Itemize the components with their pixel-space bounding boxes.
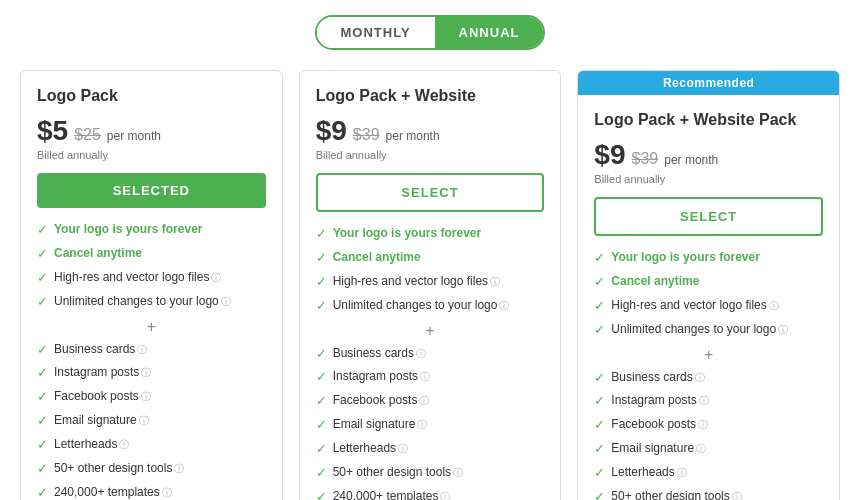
recommended-banner: Recommended [578,71,839,95]
select-button[interactable]: SELECT [316,173,545,212]
info-icon: ⓘ [453,467,463,478]
feature-text: Email signatureⓘ [54,413,149,429]
info-icon: ⓘ [699,395,709,406]
feature-item: ✓ Business cardsⓘ [37,342,266,359]
toggle-monthly[interactable]: MONTHLY [317,17,435,48]
feature-item: ✓ Unlimited changes to your logoⓘ [316,298,545,315]
feature-item: ✓ Email signatureⓘ [594,441,823,458]
info-icon: ⓘ [420,371,430,382]
feature-text: 240,000+ templatesⓘ [333,489,451,500]
check-icon: ✓ [594,274,605,291]
feature-text: Instagram postsⓘ [333,369,430,385]
feature-item: ✓ 50+ other design toolsⓘ [316,465,545,482]
feature-list-1: ✓ Your logo is yours forever ✓ Cancel an… [594,250,823,339]
feature-item: ✓ Your logo is yours forever [37,222,266,239]
info-icon: ⓘ [174,463,184,474]
check-icon: ✓ [594,465,605,482]
price-period: per month [664,153,718,167]
feature-item: ✓ Your logo is yours forever [594,250,823,267]
feature-text: Unlimited changes to your logoⓘ [54,294,231,310]
pricing-card-logo-pack-website-pack: Recommended Logo Pack + Website Pack $9 … [577,70,840,500]
check-icon: ✓ [37,485,48,500]
price-period: per month [386,129,440,143]
feature-text: Unlimited changes to your logoⓘ [611,322,788,338]
feature-item: ✓ Email signatureⓘ [37,413,266,430]
check-icon: ✓ [594,250,605,267]
price-old: $39 [632,150,659,168]
price-current: $9 [316,115,347,147]
feature-text: Instagram postsⓘ [54,365,151,381]
page: MONTHLY ANNUAL Logo Pack $5 $25 per mont… [0,0,860,500]
card-title: Logo Pack + Website Pack [594,111,823,129]
feature-item: ✓ Cancel anytime [316,250,545,267]
feature-text: Your logo is yours forever [54,222,202,238]
feature-list-1: ✓ Your logo is yours forever ✓ Cancel an… [316,226,545,315]
check-icon: ✓ [316,369,327,386]
feature-text: Letterheadsⓘ [611,465,686,481]
feature-item: ✓ Your logo is yours forever [316,226,545,243]
feature-text: Facebook postsⓘ [611,417,708,433]
info-icon: ⓘ [137,344,147,355]
feature-item: ✓ Letterheadsⓘ [37,437,266,454]
toggle-annual[interactable]: ANNUAL [435,17,544,48]
card-title: Logo Pack + Website [316,87,545,105]
select-button[interactable]: SELECT [594,197,823,236]
card-body: Logo Pack + Website Pack $9 $39 per mont… [578,95,839,500]
pricing-card-logo-pack-website: Logo Pack + Website $9 $39 per month Bil… [299,70,562,500]
check-icon: ✓ [37,461,48,478]
info-icon: ⓘ [698,419,708,430]
billing-toggle-container: MONTHLY ANNUAL [20,15,840,50]
check-icon: ✓ [594,370,605,387]
feature-item: ✓ Instagram postsⓘ [316,369,545,386]
feature-text: Email signatureⓘ [611,441,706,457]
pricing-card-logo-pack: Logo Pack $5 $25 per month Billed annual… [20,70,283,500]
price-billed: Billed annually [37,149,266,161]
feature-item: ✓ Facebook postsⓘ [37,389,266,406]
price-row: $9 $39 per month [594,139,823,171]
check-icon: ✓ [316,346,327,363]
feature-text: High-res and vector logo filesⓘ [333,274,500,290]
check-icon: ✓ [316,441,327,458]
info-icon: ⓘ [141,391,151,402]
info-icon: ⓘ [769,300,779,311]
info-icon: ⓘ [162,487,172,498]
billing-toggle[interactable]: MONTHLY ANNUAL [315,15,546,50]
selected-button[interactable]: SELECTED [37,173,266,208]
feature-text: Cancel anytime [611,274,699,290]
check-icon: ✓ [316,489,327,500]
feature-item: ✓ Business cardsⓘ [594,370,823,387]
feature-text: Unlimited changes to your logoⓘ [333,298,510,314]
check-icon: ✓ [316,250,327,267]
feature-text: Letterheadsⓘ [54,437,129,453]
feature-item: ✓ High-res and vector logo filesⓘ [594,298,823,315]
feature-text: High-res and vector logo filesⓘ [611,298,778,314]
pricing-cards: Logo Pack $5 $25 per month Billed annual… [20,70,840,500]
check-icon: ✓ [37,342,48,359]
card-body: Logo Pack $5 $25 per month Billed annual… [21,71,282,500]
check-icon: ✓ [594,298,605,315]
check-icon: ✓ [37,294,48,311]
feature-text: 50+ other design toolsⓘ [611,489,741,500]
info-icon: ⓘ [419,395,429,406]
info-icon: ⓘ [398,443,408,454]
feature-list-2: ✓ Business cardsⓘ ✓ Instagram postsⓘ ✓ F… [594,370,823,500]
info-icon: ⓘ [416,348,426,359]
feature-list-2: ✓ Business cardsⓘ ✓ Instagram postsⓘ ✓ F… [37,342,266,500]
check-icon: ✓ [37,222,48,239]
feature-text: Instagram postsⓘ [611,393,708,409]
check-icon: ✓ [37,437,48,454]
info-icon: ⓘ [778,324,788,335]
feature-item: ✓ Cancel anytime [37,246,266,263]
feature-text: Business cardsⓘ [611,370,704,386]
price-current: $5 [37,115,68,147]
check-icon: ✓ [594,441,605,458]
feature-item: ✓ 50+ other design toolsⓘ [37,461,266,478]
feature-item: ✓ 50+ other design toolsⓘ [594,489,823,500]
check-icon: ✓ [37,389,48,406]
feature-text: High-res and vector logo filesⓘ [54,270,221,286]
feature-item: ✓ High-res and vector logo filesⓘ [316,274,545,291]
feature-text: 50+ other design toolsⓘ [54,461,184,477]
check-icon: ✓ [316,465,327,482]
price-billed: Billed annually [316,149,545,161]
feature-text: Facebook postsⓘ [54,389,151,405]
